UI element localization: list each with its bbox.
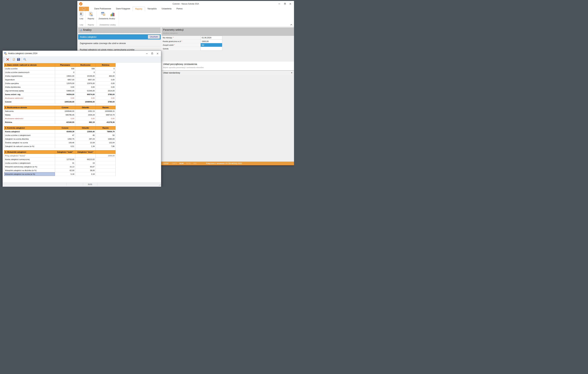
save-params-icon[interactable] <box>289 29 293 32</box>
value-cell[interactable]: 65459,39 <box>55 130 75 133</box>
analysis-item-zagregowane-salda-czesnego-dla[interactable]: Zagregowane salda czesnego dla szkół w o… <box>78 41 161 46</box>
value-cell[interactable]: 3780,00 <box>96 93 116 96</box>
value-cell[interactable]: 5,18 <box>55 172 75 176</box>
value-cell[interactable]: 0 <box>55 70 75 74</box>
close-button[interactable] <box>288 2 293 6</box>
value-cell[interactable]: 598 <box>75 67 96 70</box>
value-cell[interactable]: 287,24 <box>75 137 96 141</box>
tab-dane-księgowe[interactable]: Dane Księgowe <box>114 7 133 11</box>
row-label-cell[interactable]: Liczba uczniów <box>4 67 55 70</box>
value-cell[interactable]: 0 <box>96 70 116 74</box>
analizy-ribbon-button[interactable]: Analizy <box>108 11 117 20</box>
layout-dropdown[interactable]: Układ standardowy ▼ <box>162 71 294 75</box>
value-cell[interactable] <box>55 154 75 157</box>
value-cell[interactable]: 50 <box>96 133 116 137</box>
value-cell[interactable] <box>96 157 116 161</box>
preview-button[interactable] <box>22 57 27 62</box>
report-minimize-button[interactable] <box>145 52 149 55</box>
value-cell[interactable]: 7,86 <box>96 144 116 148</box>
value-cell[interactable] <box>96 161 116 165</box>
value-cell[interactable]: 946785,45 <box>55 113 75 117</box>
value-cell[interactable]: 0,00 <box>55 96 75 100</box>
value-cell[interactable]: 62,00 <box>55 169 75 172</box>
save-button[interactable] <box>16 57 21 62</box>
row-label-cell[interactable]: Naliczenia <box>4 109 55 113</box>
value-cell[interactable] <box>96 172 116 176</box>
report-close-button[interactable] <box>155 52 160 55</box>
value-cell[interactable]: 0,00 <box>96 85 116 89</box>
value-cell[interactable]: 1005166,00 <box>55 100 75 104</box>
value-cell[interactable]: 948719,79 <box>96 113 116 117</box>
row-label-cell[interactable]: Wskaźnik zaległości na ucznia (w %) <box>4 172 55 176</box>
value-cell[interactable]: 0,00 <box>96 78 116 82</box>
tab-narzędzia[interactable]: Narzędzia <box>145 7 159 11</box>
value-cell[interactable]: 19 <box>75 161 96 165</box>
value-cell[interactable]: 54860,00 <box>55 89 75 93</box>
row-label-cell[interactable]: Liczba uczniów z zaległościami <box>4 161 55 165</box>
value-cell[interactable] <box>75 154 96 157</box>
value-cell[interactable]: 598 <box>55 67 75 70</box>
value-cell[interactable]: 47 <box>55 133 75 137</box>
tab-dane-podstawowe[interactable]: Dane Podstawowe <box>92 7 114 11</box>
row-label-cell[interactable]: Zaległość do naliczeń czesne (w %) <box>4 144 55 148</box>
row-label-cell[interactable]: Wpłaty <box>4 113 55 117</box>
value-cell[interactable]: 0,00 <box>96 82 116 85</box>
value-cell[interactable] <box>96 169 116 172</box>
value-cell[interactable]: 38,00 <box>75 169 96 172</box>
value-cell[interactable]: 16,13 <box>55 165 75 169</box>
value-cell[interactable]: 6857,00 <box>55 78 75 82</box>
value-cell[interactable]: 1,34 <box>75 144 96 148</box>
value-cell[interactable]: 90574,00 <box>75 93 96 96</box>
row-label-cell[interactable]: Stypendium <box>4 78 55 82</box>
resize-grip[interactable] <box>159 184 161 186</box>
value-cell[interactable]: 0,00 <box>96 96 116 100</box>
row-label-cell[interactable]: Suma zniżek i ulg <box>4 93 55 96</box>
row-label-cell[interactable]: Anulowane należności <box>4 96 55 100</box>
row-label-cell[interactable]: Anulowane należności <box>4 117 55 120</box>
value-cell[interactable]: 0,00 <box>75 96 96 100</box>
value-cell[interactable]: 132,04 <box>96 141 116 144</box>
row-label-cell[interactable]: Zniżka specjalna <box>4 82 55 85</box>
row-label-cell[interactable]: Wskaźnik zaległości na dłużnika (w %) <box>4 169 55 172</box>
maximize-button[interactable] <box>283 2 287 6</box>
tab-raporty[interactable]: Raporty <box>133 7 145 11</box>
row-label-cell[interactable]: Liczba uczniów z zaległościami <box>4 133 55 137</box>
value-cell[interactable]: 0,00 <box>55 85 75 89</box>
value-cell[interactable]: 78959,79 <box>96 130 116 133</box>
app-menu-button[interactable]: e <box>79 7 89 11</box>
tab-ustawienia[interactable]: Ustawienia <box>159 7 174 11</box>
value-cell[interactable]: -61278,36 <box>96 120 116 124</box>
value-cell[interactable]: 83,87 <box>75 165 96 169</box>
value-cell[interactable]: 109,46 <box>55 141 75 144</box>
value-cell[interactable]: 1009998,15 <box>96 109 116 113</box>
refresh-button[interactable] <box>11 57 16 62</box>
row-label-cell[interactable]: Kwota zaległości <box>4 130 55 133</box>
row-label-cell[interactable]: Różnica <box>4 120 55 124</box>
value-cell[interactable]: 22,58 <box>75 141 96 144</box>
value-cell[interactable]: 94354,00 <box>55 93 75 96</box>
row-label-cell[interactable]: Ulga terminowej wpłaty <box>4 89 55 93</box>
value-cell[interactable]: 12976,00 <box>75 82 96 85</box>
value-cell[interactable]: 1500,00 <box>96 154 116 157</box>
value-cell[interactable]: 3780,00 <box>96 100 116 104</box>
row-label-cell[interactable]: Zniżka regulaminowa <box>4 74 55 78</box>
value-cell[interactable]: 6857,00 <box>75 78 96 82</box>
minimize-button[interactable] <box>277 2 282 6</box>
value-cell[interactable]: 31 <box>55 161 75 165</box>
param-field-value[interactable]: NZ <box>200 43 222 47</box>
row-label-cell[interactable]: Średnia zaległość na ucznia <box>4 141 55 144</box>
uruchom-button[interactable]: Uruchom <box>148 35 160 39</box>
value-cell[interactable]: 1934,34 <box>75 113 96 117</box>
toolbar-grip[interactable] <box>3 57 4 62</box>
value-cell[interactable]: 3,18 <box>75 172 96 176</box>
listy-ribbon-button[interactable]: Listy <box>77 11 85 20</box>
value-cell[interactable] <box>96 165 116 169</box>
close-report-button[interactable] <box>5 57 10 62</box>
value-cell[interactable]: 0,00 <box>75 117 96 120</box>
row-label-cell[interactable]: Liczba uczniów zawieszonych <box>4 70 55 74</box>
row-label-cell[interactable]: Zaległość na ucznia-dłużnika <box>4 137 55 141</box>
param-field-value[interactable]: 1500,00 <box>200 40 222 43</box>
value-cell[interactable]: 12733,65 <box>55 157 75 161</box>
value-cell[interactable]: 0,00 <box>55 117 75 120</box>
tab-pomoc[interactable]: Pomoc <box>174 7 185 11</box>
